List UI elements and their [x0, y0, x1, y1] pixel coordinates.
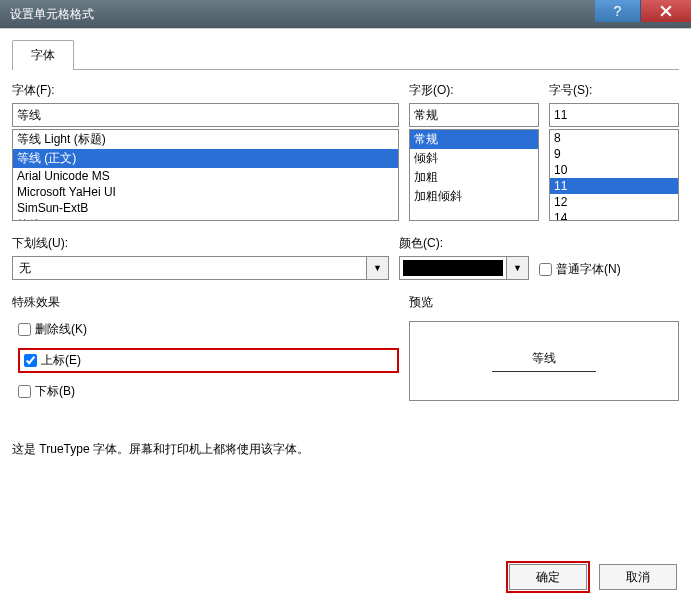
list-item[interactable]: 11	[550, 178, 678, 194]
normal-font-label: 普通字体(N)	[556, 261, 621, 278]
ok-button[interactable]: 确定	[509, 564, 587, 590]
list-item[interactable]: 等线 Light (标题)	[13, 130, 398, 149]
style-label: 字形(O):	[409, 82, 539, 99]
list-item[interactable]: Arial Unicode MS	[13, 168, 398, 184]
titlebar-buttons: ?	[595, 0, 691, 28]
cancel-button[interactable]: 取消	[599, 564, 677, 590]
list-item[interactable]: 等线 (正文)	[13, 149, 398, 168]
preview-box: 等线	[409, 321, 679, 401]
underline-label: 下划线(U):	[12, 235, 389, 252]
chevron-down-icon	[506, 257, 528, 279]
color-label: 颜色(C):	[399, 235, 529, 252]
list-item[interactable]: 8	[550, 130, 678, 146]
list-item[interactable]: 9	[550, 146, 678, 162]
color-dropdown[interactable]	[399, 256, 529, 280]
style-listbox[interactable]: 常规倾斜加粗加粗倾斜	[409, 129, 539, 221]
chevron-down-icon	[366, 257, 388, 279]
subscript-check-input[interactable]	[18, 385, 31, 398]
size-label: 字号(S):	[549, 82, 679, 99]
list-item[interactable]: 加粗	[410, 168, 538, 187]
list-item[interactable]: Microsoft YaHei UI	[13, 184, 398, 200]
superscript-highlight: 上标(E)	[18, 348, 399, 373]
font-label: 字体(F):	[12, 82, 399, 99]
strikethrough-label: 删除线(K)	[35, 321, 87, 338]
titlebar: 设置单元格格式 ?	[0, 0, 691, 28]
help-button[interactable]: ?	[595, 0, 641, 22]
dialog-title: 设置单元格格式	[10, 6, 94, 23]
subscript-label: 下标(B)	[35, 383, 75, 400]
font-listbox[interactable]: 等线 Light (标题)等线 (正文)Arial Unicode MSMicr…	[12, 129, 399, 221]
list-item[interactable]: 10	[550, 162, 678, 178]
list-item[interactable]: 常规	[410, 130, 538, 149]
superscript-label: 上标(E)	[41, 352, 81, 369]
footer-text: 这是 TrueType 字体。屏幕和打印机上都将使用该字体。	[12, 441, 679, 458]
underline-value: 无	[13, 257, 366, 279]
font-input[interactable]	[12, 103, 399, 127]
preview-sample: 等线	[492, 350, 596, 372]
size-input[interactable]	[549, 103, 679, 127]
tab-bar: 字体	[12, 39, 679, 70]
list-item[interactable]: 14	[550, 210, 678, 221]
effects-title: 特殊效果	[12, 294, 399, 311]
list-item[interactable]: 等线	[13, 216, 398, 221]
close-icon	[660, 5, 672, 17]
list-item[interactable]: 12	[550, 194, 678, 210]
list-item[interactable]: 加粗倾斜	[410, 187, 538, 206]
normal-font-check-input[interactable]	[539, 263, 552, 276]
list-item[interactable]: SimSun-ExtB	[13, 200, 398, 216]
strikethrough-check-input[interactable]	[18, 323, 31, 336]
preview-title: 预览	[409, 294, 679, 311]
underline-dropdown[interactable]: 无	[12, 256, 389, 280]
superscript-checkbox[interactable]: 上标(E)	[24, 352, 81, 369]
tab-font[interactable]: 字体	[12, 40, 74, 70]
superscript-check-input[interactable]	[24, 354, 37, 367]
normal-font-checkbox[interactable]: 普通字体(N)	[539, 261, 621, 278]
list-item[interactable]: 倾斜	[410, 149, 538, 168]
style-input[interactable]	[409, 103, 539, 127]
size-listbox[interactable]: 8910111214	[549, 129, 679, 221]
close-button[interactable]	[641, 0, 691, 22]
strikethrough-checkbox[interactable]: 删除线(K)	[18, 321, 399, 338]
color-swatch	[403, 260, 503, 276]
subscript-checkbox[interactable]: 下标(B)	[18, 383, 399, 400]
